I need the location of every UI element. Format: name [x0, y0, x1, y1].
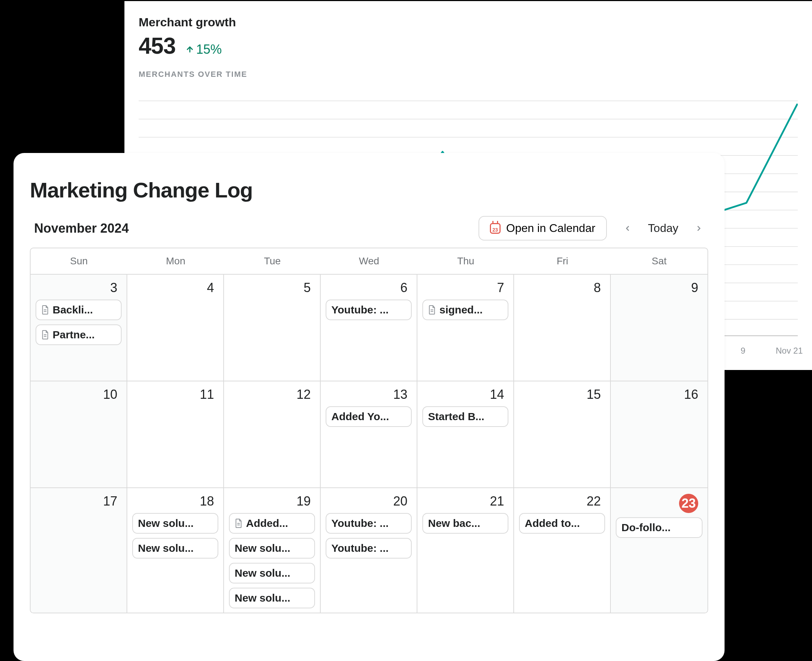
calendar-event[interactable]: New solu... — [229, 563, 315, 583]
calendar-controls: 23 Open in Calendar Today — [479, 216, 707, 241]
calendar-event[interactable]: New solu... — [132, 513, 218, 534]
calendar-day-number: 14 — [421, 386, 510, 406]
calendar-day-number: 5 — [228, 279, 317, 300]
calendar-event[interactable]: New solu... — [229, 588, 315, 608]
calendar-day[interactable]: 14Started B... — [417, 381, 514, 487]
calendar-day-number: 20 — [324, 492, 413, 513]
dow-header: Fri — [514, 248, 611, 274]
calendar-day[interactable]: 9 — [611, 274, 707, 381]
calendar-event[interactable]: Youtube: ... — [326, 300, 412, 320]
calendar-day[interactable]: 17 — [30, 487, 127, 613]
calendar-event[interactable]: Added Yo... — [326, 406, 412, 427]
calendar-event-label: Backli... — [53, 304, 93, 316]
calendar-day-number: 17 — [34, 492, 123, 513]
calendar-day-number: 16 — [615, 386, 704, 406]
chevron-right-icon — [695, 225, 703, 232]
calendar-day[interactable]: 16 — [611, 381, 707, 487]
calendar-day-number: 4 — [131, 279, 220, 300]
calendar-event[interactable]: Added to... — [519, 513, 605, 534]
calendar-day[interactable]: 23Do-follo... — [611, 487, 707, 613]
calendar-event[interactable]: Partne... — [35, 324, 122, 345]
calendar-event-label: Started B... — [428, 410, 484, 423]
calendar-event[interactable]: Youtube: ... — [326, 513, 412, 534]
calendar-header: November 2024 23 Open in Calendar Today — [30, 216, 708, 241]
calendar-event-label: Youtube: ... — [331, 517, 388, 529]
calendar-grid: SunMonTueWedThuFriSat 3Backli...Partne..… — [30, 247, 708, 613]
calendar-event[interactable]: signed... — [422, 300, 508, 320]
calendar-event-label: signed... — [439, 304, 483, 316]
calendar-day[interactable]: 12 — [224, 381, 321, 487]
calendar-day-number: 8 — [517, 279, 607, 300]
calendar-event-label: Partne... — [53, 329, 95, 341]
calendar-day-number: 22 — [517, 492, 607, 513]
calendar-day[interactable]: 8 — [514, 274, 611, 381]
calendar-day[interactable]: 6Youtube: ... — [321, 274, 417, 381]
calendar-event[interactable]: New bac... — [422, 513, 508, 534]
calendar-event[interactable]: Youtube: ... — [326, 538, 412, 559]
calendar-event-label: Added to... — [525, 517, 580, 529]
kpi-row: 453 15% — [139, 33, 812, 59]
arrow-up-icon — [186, 45, 194, 54]
calendar-day[interactable]: 11 — [127, 381, 224, 487]
open-in-calendar-button[interactable]: 23 Open in Calendar — [479, 216, 607, 241]
calendar-day[interactable]: 4 — [127, 274, 224, 381]
x-tick-partial: 9 — [740, 346, 745, 356]
month-label: November 2024 — [34, 221, 129, 236]
calendar-day[interactable]: 19Added...New solu...New solu...New solu… — [224, 487, 321, 613]
calendar-event-label: Youtube: ... — [331, 304, 388, 316]
calendar-day[interactable]: 7signed... — [417, 274, 514, 381]
calendar-day-number: 18 — [131, 492, 220, 513]
dow-header: Thu — [417, 248, 514, 274]
calendar-event-label: Added Yo... — [331, 410, 389, 423]
calendar-day[interactable]: 13Added Yo... — [321, 381, 417, 487]
calendar-event[interactable]: New solu... — [229, 538, 315, 559]
dow-header: Wed — [321, 248, 417, 274]
calendar-day[interactable]: 15 — [514, 381, 611, 487]
calendar-day[interactable]: 5 — [224, 274, 321, 381]
document-icon — [41, 330, 49, 340]
chevron-left-icon — [624, 225, 631, 232]
calendar-event[interactable]: Started B... — [422, 406, 508, 427]
calendar-event-label: Youtube: ... — [331, 542, 388, 554]
calendar-day[interactable]: 3Backli...Partne... — [30, 274, 127, 381]
calendar-day[interactable]: 21New bac... — [417, 487, 514, 613]
calendar-event[interactable]: New solu... — [132, 538, 218, 559]
calendar-day-number: 6 — [324, 279, 413, 300]
x-tick: Nov 21 — [776, 346, 803, 356]
kpi-delta: 15% — [186, 42, 222, 57]
calendar-day[interactable]: 20Youtube: ...Youtube: ... — [321, 487, 417, 613]
calendar-event-label: Added... — [246, 517, 288, 529]
calendar-day-number: 7 — [421, 279, 510, 300]
calendar-icon: 23 — [490, 223, 501, 234]
calendar-day-number: 15 — [517, 386, 607, 406]
calendar-event-label: New solu... — [235, 542, 290, 554]
document-icon — [41, 305, 49, 315]
calendar-day[interactable]: 18New solu...New solu... — [127, 487, 224, 613]
kpi-value: 453 — [139, 33, 176, 59]
calendar-day-number: 9 — [615, 279, 704, 300]
calendar-day-number: 13 — [324, 386, 413, 406]
dow-header: Sat — [611, 248, 707, 274]
calendar-event[interactable]: Added... — [229, 513, 315, 534]
document-icon — [235, 518, 242, 528]
calendar-day-number: 21 — [421, 492, 510, 513]
calendar-event-label: Do-follo... — [621, 522, 670, 534]
dow-header: Sun — [30, 248, 127, 274]
calendar-day-number: 11 — [131, 386, 220, 406]
calendar-day[interactable]: 10 — [30, 381, 127, 487]
today-button[interactable]: Today — [648, 222, 678, 235]
page-title: Marketing Change Log — [30, 178, 708, 203]
calendar-event-label: New solu... — [138, 542, 194, 554]
calendar-event[interactable]: Do-follo... — [616, 517, 702, 538]
calendar-event[interactable]: Backli... — [35, 300, 122, 320]
calendar-day-number: 3 — [34, 279, 123, 300]
calendar-day[interactable]: 22Added to... — [514, 487, 611, 613]
open-in-calendar-label: Open in Calendar — [506, 222, 595, 235]
calendar-day-number-today: 23 — [615, 492, 704, 517]
calendar-event-label: New solu... — [138, 517, 194, 529]
chart-subtitle: MERCHANTS OVER TIME — [139, 70, 812, 79]
prev-month-button[interactable] — [620, 220, 635, 236]
next-month-button[interactable] — [691, 220, 707, 236]
dow-header: Mon — [127, 248, 224, 274]
calendar-event-label: New solu... — [235, 567, 290, 579]
